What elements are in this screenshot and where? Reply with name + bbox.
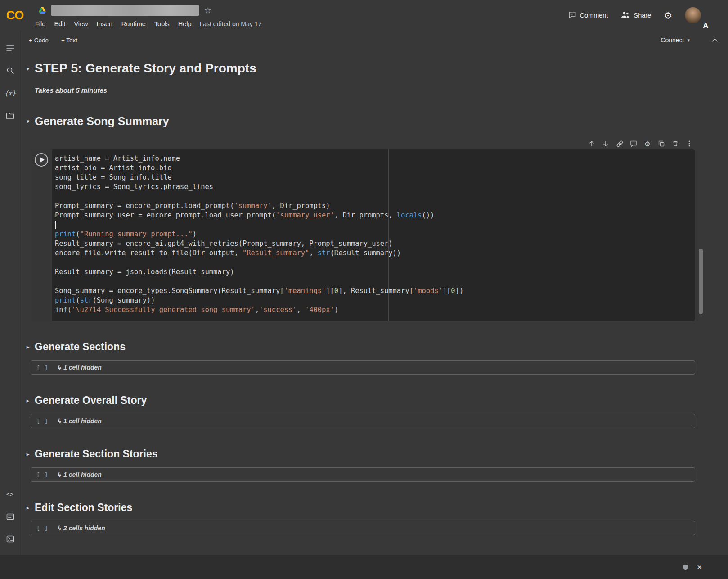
hidden-cell-label: 2 cells hidden [63,525,105,532]
menu-insert[interactable]: Insert [97,20,113,27]
notebook-title-redacted[interactable] [51,5,199,16]
code-line[interactable]: Song_summary = encore_types.SongSummary(… [55,286,695,296]
avatar[interactable] [685,7,701,23]
notebook-toolbar: + Code + Text Connect ▾ [21,31,728,50]
cell-settings-gear-icon[interactable]: ⚙ [643,140,652,148]
collapse-arrow-icon[interactable]: ▸ [25,504,31,511]
section-title: Edit Section Stories [35,502,132,514]
section-title: Generate Overall Story [35,394,147,407]
search-icon[interactable] [0,59,20,82]
hidden-cells-bar[interactable]: [ ] ↳ 1 cell hidden [31,414,695,428]
table-of-contents-icon[interactable] [0,37,20,59]
terminal-icon[interactable] [0,528,20,550]
code-line[interactable]: Prompt_summary_user = encore_prompt.load… [55,211,695,220]
code-line[interactable]: print(str(Song_summary)) [55,296,695,305]
section-title: Generate Sections [35,341,126,353]
menu-help[interactable]: Help [178,20,192,27]
header-title-area: ☆ FileEditViewInsertRuntimeToolsHelp Las… [30,0,568,31]
status-dot-icon[interactable] [683,565,688,570]
hidden-cells-bar[interactable]: [ ] ↳ 1 cell hidden [31,467,695,482]
colab-logo[interactable]: CO [0,0,30,31]
code-line[interactable] [55,192,695,201]
more-cell-actions-icon[interactable] [685,140,693,148]
collapse-sections-icon[interactable] [711,37,718,43]
left-sidebar: {x} <> [0,31,21,555]
move-cell-up-icon[interactable] [588,140,596,148]
add-text-button[interactable]: + Text [61,37,77,44]
collapsed-section: ▸ Generate Overall Story [ ] ↳ 1 cell hi… [25,394,695,428]
add-code-button[interactable]: + Code [29,37,49,44]
section-heading-row[interactable]: ▸ Edit Section Stories [25,502,695,514]
hidden-cell-prefix: [ ] [36,525,48,532]
collapse-arrow-icon[interactable]: ▸ [25,397,31,404]
step-heading: STEP 5: Generate Story and Prompts [35,61,256,76]
add-comment-icon[interactable] [629,140,638,148]
hidden-cell-prefix: [ ] [36,418,48,425]
hidden-cell-arrow: ↳ [56,417,62,425]
settings-gear-icon[interactable]: ⚙ [664,11,672,20]
star-icon[interactable]: ☆ [204,6,211,14]
partial-letter: A [703,22,708,30]
share-label: Share [634,12,651,19]
menu-bar: FileEditViewInsertRuntimeToolsHelp [35,20,192,27]
collapsed-section: ▸ Generate Sections [ ] ↳ 1 cell hidden [25,341,695,375]
code-cell[interactable]: artist_name = Artist_info.nameartist_bio… [31,149,695,321]
open-in-new-icon[interactable] [657,140,665,148]
close-icon[interactable]: × [697,563,702,571]
vertical-scrollbar-thumb[interactable] [699,249,703,314]
app-header: CO ☆ FileEditViewInsertRuntimeToolsHelp … [0,0,728,31]
move-cell-down-icon[interactable] [602,140,610,148]
command-palette-icon[interactable] [0,505,20,528]
collapse-arrow-icon[interactable]: ▸ [25,451,31,457]
add-text-label: + Text [61,37,77,44]
collapse-arrow-icon[interactable]: ▸ [25,344,31,350]
hidden-cell-arrow: ↳ [56,471,62,478]
hidden-cell-label: 1 cell hidden [63,471,102,478]
menu-runtime[interactable]: Runtime [121,20,146,27]
notebook-content: ▾ STEP 5: Generate Story and Prompts Tak… [21,50,728,555]
code-line[interactable]: inf('\u2714 Successfully generated song … [55,305,695,315]
section-heading-row[interactable]: ▸ Generate Section Stories [25,448,695,460]
code-line[interactable]: Result_summary = encore_ai.gpt4_with_ret… [55,239,695,249]
menu-file[interactable]: File [35,20,45,27]
delete-cell-icon[interactable] [671,140,679,148]
code-line[interactable]: artist_name = Artist_info.name [55,154,695,163]
hidden-cells-bar[interactable]: [ ] ↳ 2 cells hidden [31,521,695,535]
files-folder-icon[interactable] [0,104,20,127]
code-line[interactable]: artist_bio = Artist_info.bio [55,163,695,173]
collapse-arrow-icon[interactable]: ▾ [25,118,31,125]
menu-tools[interactable]: Tools [154,20,170,27]
code-line[interactable]: print("Running summary prompt...") [55,230,695,239]
hidden-cells-bar[interactable]: [ ] ↳ 1 cell hidden [31,360,695,375]
section-heading-row[interactable]: ▸ Generate Overall Story [25,394,695,407]
step-heading-row: ▾ STEP 5: Generate Story and Prompts [25,61,695,76]
step-note: Takes about 5 minutes [35,86,695,94]
code-line[interactable] [55,277,695,286]
code-line[interactable]: song_lyrics = Song_lyrics.phrase_lines [55,182,695,192]
connect-button[interactable]: Connect ▾ [661,36,690,44]
code-line[interactable]: Result_summary = json.loads(Result_summa… [55,267,695,277]
hidden-cell-prefix: [ ] [36,471,48,478]
collapsed-sections: ▸ Generate Sections [ ] ↳ 1 cell hidden … [25,341,695,535]
comment-button[interactable]: Comment [568,11,608,20]
section-heading-row[interactable]: ▸ Generate Sections [25,341,695,353]
hidden-cell-label: 1 cell hidden [63,364,102,371]
code-line[interactable]: encore_file.write_result_to_file(Dir_out… [55,249,695,258]
menu-edit[interactable]: Edit [54,20,65,27]
menu-view[interactable]: View [74,20,88,27]
code-snippets-icon[interactable]: <> [0,483,20,505]
code-line[interactable]: song_title = Song_info.title [55,173,695,182]
share-button[interactable]: Share [620,11,651,20]
run-cell-button[interactable] [35,153,48,167]
code-line[interactable] [55,258,695,267]
drive-icon [39,7,46,14]
copy-link-icon[interactable] [616,140,624,148]
code-line[interactable] [55,220,695,230]
code-line[interactable]: Prompt_summary = encore_prompt.load_prom… [55,201,695,211]
collapse-arrow-icon[interactable]: ▾ [25,65,31,72]
comment-label: Comment [580,12,608,19]
last-edited-link[interactable]: Last edited on May 17 [200,20,262,27]
variables-icon[interactable]: {x} [0,82,20,104]
text-cursor [55,221,56,229]
code-editor[interactable]: artist_name = Artist_info.nameartist_bio… [52,149,695,321]
